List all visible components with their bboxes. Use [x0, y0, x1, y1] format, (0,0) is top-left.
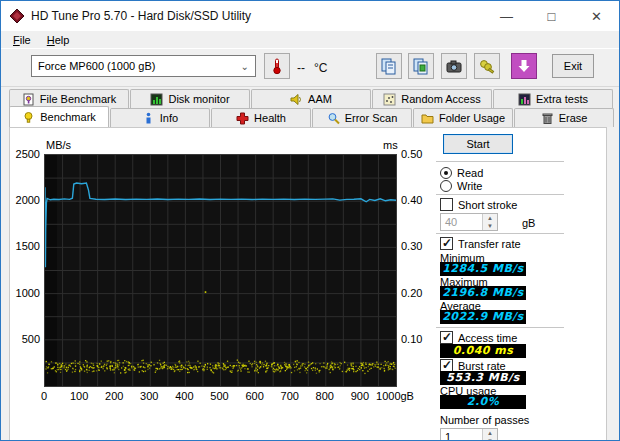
tab-label: File Benchmark	[40, 93, 116, 105]
exit-button[interactable]: Exit	[552, 54, 594, 78]
app-window: HD Tune Pro 5.70 - Hard Disk/SSD Utility…	[0, 0, 620, 441]
temperature-button[interactable]	[264, 53, 290, 79]
x-axis-tick: 400	[175, 390, 193, 402]
cpu-usage-value: 2.0%	[440, 395, 526, 409]
read-radio[interactable]	[440, 167, 452, 179]
tab-label: Health	[254, 112, 286, 124]
separator	[436, 194, 564, 196]
transfer-rate-checkbox[interactable]	[440, 237, 453, 250]
copy-screenshot-button[interactable]	[408, 53, 434, 79]
app-logo-icon	[9, 8, 25, 24]
health-cross-icon	[236, 112, 249, 125]
tab-health[interactable]: Health	[211, 108, 311, 127]
y-axis-tick: 0.50	[401, 148, 422, 160]
separator	[436, 327, 564, 329]
x-axis-tick: 800	[316, 390, 334, 402]
toolbar: Force MP600 (1000 gB) ⌄ -- °C	[1, 48, 619, 87]
menu-file[interactable]: File	[7, 33, 37, 47]
benchmark-page: MB/s ms 2500200015001000500 0.500.400.30…	[9, 127, 607, 441]
separator	[436, 233, 564, 235]
file-benchmark-icon	[22, 93, 35, 106]
transfer-rate-label: Transfer rate	[458, 238, 521, 250]
tab-erase[interactable]: Erase	[514, 108, 614, 127]
tab-random-access[interactable]: Random Access	[372, 89, 492, 108]
tab-aam[interactable]: AAM	[251, 89, 371, 108]
spinner-down-icon[interactable]: ▼	[483, 222, 497, 230]
window-title: HD Tune Pro 5.70 - Hard Disk/SSD Utility	[31, 9, 251, 23]
passes-spinner[interactable]: 1 ▲▼	[440, 428, 498, 441]
update-download-icon	[516, 58, 532, 74]
benchmark-chart	[44, 154, 397, 387]
minimize-button[interactable]: —	[484, 1, 529, 31]
x-axis-tick: 0	[41, 390, 47, 402]
tab-extra-tests[interactable]: Extra tests	[493, 89, 613, 108]
average-value: 2022.9 MB/s	[440, 310, 526, 324]
info-icon	[142, 112, 155, 125]
extra-tests-icon	[518, 93, 531, 106]
passes-value: 1	[441, 429, 482, 441]
trash-icon	[541, 112, 554, 125]
y-axis-tick: 1000	[16, 287, 40, 299]
x-axis-tick: 300	[140, 390, 158, 402]
title-bar: HD Tune Pro 5.70 - Hard Disk/SSD Utility…	[1, 1, 619, 31]
chevron-down-icon: ⌄	[241, 61, 249, 72]
y-axis-tick: 2000	[16, 194, 40, 206]
drive-select[interactable]: Force MP600 (1000 gB) ⌄	[31, 55, 256, 77]
passes-label: Number of passes	[440, 414, 529, 426]
lightbulb-icon	[22, 111, 35, 124]
short-stroke-unit: gB	[522, 217, 535, 229]
x-axis-tick: 200	[105, 390, 123, 402]
close-button[interactable]: ✕	[574, 1, 619, 31]
folder-icon	[421, 112, 434, 125]
x-axis-tick: 1000gB	[376, 390, 414, 402]
burst-rate-value: 553.3 MB/s	[440, 371, 526, 385]
start-button[interactable]: Start	[443, 134, 513, 154]
save-screenshot-button[interactable]	[441, 53, 467, 79]
read-label: Read	[457, 167, 483, 179]
tab-label: Benchmark	[40, 111, 96, 123]
copy-screenshot-icon	[412, 57, 430, 75]
tab-error-scan[interactable]: Error Scan	[312, 108, 412, 127]
short-stroke-spinner[interactable]: 40 ▲▼	[440, 213, 498, 231]
panel-divider	[424, 130, 425, 441]
spinner-up-icon[interactable]: ▲	[483, 429, 497, 437]
short-stroke-checkbox[interactable]	[440, 198, 453, 211]
tab-label: Folder Usage	[439, 112, 505, 124]
tab-folder-usage[interactable]: Folder Usage	[413, 108, 513, 127]
access-time-value: 0.040 ms	[440, 344, 526, 358]
access-time-label: Access time	[458, 332, 517, 344]
y-axis-tick: 0.30	[401, 240, 422, 252]
access-time-checkbox[interactable]	[440, 331, 453, 344]
magnifier-icon	[327, 112, 340, 125]
tab-disk-monitor[interactable]: Disk monitor	[130, 89, 250, 108]
write-radio[interactable]	[440, 180, 452, 192]
spinner-up-icon[interactable]: ▲	[483, 214, 497, 222]
menu-bar: File Help	[1, 31, 619, 48]
y-axis-tick: 500	[22, 333, 40, 345]
copy-text-button[interactable]	[376, 53, 402, 79]
tab-label: Disk monitor	[168, 93, 229, 105]
tab-label: Error Scan	[345, 112, 398, 124]
right-axis-unit: ms	[383, 139, 398, 151]
spinner-down-icon[interactable]: ▼	[483, 437, 497, 441]
tab-label: Random Access	[401, 93, 480, 105]
tab-label: Info	[160, 112, 178, 124]
update-button[interactable]	[511, 53, 537, 79]
license-keys-button[interactable]	[474, 53, 500, 79]
maximum-value: 2196.8 MB/s	[440, 286, 526, 300]
camera-icon	[445, 57, 463, 75]
y-axis-tick: 0.20	[401, 287, 422, 299]
write-label: Write	[457, 180, 482, 192]
benchmark-controls: Start Read Write Short stroke 40 ▲▼ gB	[430, 128, 607, 441]
tab-info[interactable]: Info	[110, 108, 210, 127]
tab-label: AAM	[308, 93, 332, 105]
x-axis-tick: 600	[245, 390, 263, 402]
separator	[436, 161, 564, 163]
minimum-value: 1284.5 MB/s	[440, 262, 526, 276]
left-axis-unit: MB/s	[46, 139, 71, 151]
tab-label: Erase	[559, 112, 588, 124]
maximize-button[interactable]: □	[529, 1, 574, 31]
random-access-icon	[383, 93, 396, 106]
menu-help[interactable]: Help	[41, 33, 76, 47]
tab-benchmark[interactable]: Benchmark	[9, 106, 109, 127]
